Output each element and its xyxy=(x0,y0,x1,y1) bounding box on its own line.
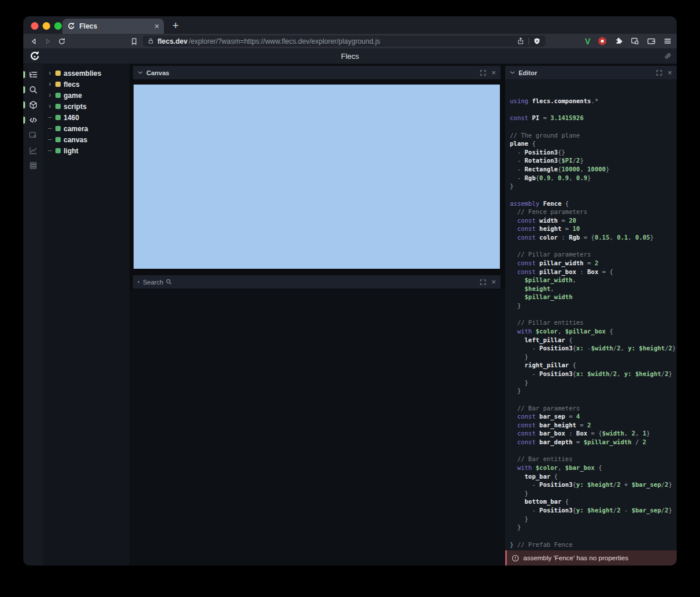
canvas-panel-header: Canvas × xyxy=(133,66,501,79)
search-panel-header: Search × xyxy=(133,275,501,289)
code-line: - Position3{y: $height/2 + $bar_sep/2} xyxy=(510,480,677,489)
tree-item-label: light xyxy=(64,147,78,155)
code-line xyxy=(510,122,677,131)
entity-color-square xyxy=(55,115,61,120)
entity-color-square xyxy=(55,93,61,98)
forward-button[interactable] xyxy=(41,36,55,47)
code-line: bottom_bar { xyxy=(510,497,677,506)
sidebar-panel-icon[interactable] xyxy=(631,37,639,45)
code-line: - Rotation3{$PI/2} xyxy=(510,156,677,165)
share-link-icon[interactable] xyxy=(664,52,672,60)
code-line: plane { xyxy=(510,139,677,148)
tree-item-game[interactable]: ›game xyxy=(43,90,130,101)
window-zoom-button[interactable] xyxy=(54,22,62,30)
code-line xyxy=(510,395,677,404)
back-button[interactable] xyxy=(27,36,41,47)
code-line: } xyxy=(510,489,677,498)
editor-body: using flecs.components.* const PI = 3.14… xyxy=(505,79,677,566)
tree-item-camera[interactable]: –camera xyxy=(43,123,130,134)
search-icon[interactable] xyxy=(23,82,43,97)
tree-item-1460[interactable]: –1460 xyxy=(43,112,130,123)
code-line: } xyxy=(510,378,677,387)
maximize-icon[interactable] xyxy=(480,279,486,285)
code-line: } xyxy=(510,301,677,310)
window-minimize-button[interactable] xyxy=(43,22,50,30)
hexagon-extension-icon[interactable] xyxy=(598,37,607,45)
maximize-icon[interactable] xyxy=(656,70,662,76)
expand-chevron-icon[interactable]: › xyxy=(47,68,52,79)
tree-item-canvas[interactable]: –canvas xyxy=(43,134,130,145)
tree-item-flecs[interactable]: ›flecs xyxy=(43,79,130,90)
cube-icon[interactable] xyxy=(23,97,43,113)
chevron-down-icon[interactable] xyxy=(138,71,143,75)
code-line: - Rectangle{10000, 10000} xyxy=(510,165,677,174)
window-close-button[interactable] xyxy=(31,22,38,30)
code-line xyxy=(510,242,677,251)
brave-shield-icon[interactable] xyxy=(533,37,541,45)
tab-title: Flecs xyxy=(79,22,150,30)
browser-tab[interactable]: Flecs × xyxy=(62,19,164,34)
code-line: const pillar_width = 2 xyxy=(510,259,677,268)
tree-item-assemblies[interactable]: ›assemblies xyxy=(43,68,130,79)
extensions-puzzle-icon[interactable] xyxy=(614,37,623,45)
code-line: $pillar_width, xyxy=(510,276,677,285)
code-line: const height = 10 xyxy=(510,224,677,233)
rows-icon[interactable] xyxy=(23,158,43,173)
search-results-area xyxy=(130,290,505,566)
code-line xyxy=(510,191,677,199)
tree-item-label: game xyxy=(64,92,82,100)
tree-icon[interactable] xyxy=(23,67,43,82)
code-line xyxy=(510,532,677,540)
tree-item-light[interactable]: –light xyxy=(43,145,130,156)
code-line: right_pillar { xyxy=(510,361,677,370)
share-icon[interactable] xyxy=(517,37,524,45)
error-icon xyxy=(512,554,519,562)
url-domain: flecs.dev xyxy=(158,37,187,45)
expand-chevron-icon[interactable]: › xyxy=(47,79,52,90)
reload-button[interactable] xyxy=(55,36,69,47)
code-line: $height, xyxy=(510,285,677,293)
bookmark-icon[interactable] xyxy=(127,36,141,47)
wallet-icon[interactable] xyxy=(647,37,656,45)
tab-close-icon[interactable]: × xyxy=(155,22,159,31)
editor-panel-title: Editor xyxy=(519,69,537,76)
tree-item-label: flecs xyxy=(64,80,79,89)
code-line: // Fence parameters xyxy=(510,208,677,216)
code-line: // The ground plane xyxy=(510,131,677,140)
url-bar[interactable]: flecs.dev /explorer/?wasm=https://www.fl… xyxy=(143,36,545,47)
main-content: Canvas × Search × xyxy=(130,64,505,566)
canvas-3d-viewport[interactable] xyxy=(134,85,500,269)
code-line: } xyxy=(510,387,677,395)
tab-favicon-flecs-logo xyxy=(67,22,75,30)
expand-chevron-icon[interactable]: › xyxy=(47,101,52,112)
code-line: // Bar parameters xyxy=(510,404,677,413)
new-tab-button[interactable]: + xyxy=(168,18,183,33)
code-line: const bar_height = 2 xyxy=(510,421,677,430)
code-line: const color : Rgb = {0.15, 0.1, 0.05} xyxy=(510,233,677,242)
code-icon[interactable] xyxy=(23,113,43,128)
chart-icon[interactable] xyxy=(23,143,43,158)
error-status-bar: assembly 'Fence' has no properties xyxy=(505,550,677,566)
code-line: const bar_sep = 4 xyxy=(510,412,677,421)
expand-chevron-icon[interactable]: › xyxy=(47,90,52,101)
url-path: /explorer/?wasm=https://www.flecs.dev/ex… xyxy=(188,37,380,45)
menu-hamburger-icon[interactable] xyxy=(663,37,672,45)
close-panel-icon[interactable]: × xyxy=(491,279,496,285)
vue-devtools-extension-icon[interactable]: V xyxy=(585,37,590,46)
code-line: const bar_depth = $pillar_width / 2 xyxy=(510,438,677,447)
browser-toolbar: flecs.dev /explorer/?wasm=https://www.fl… xyxy=(23,34,677,48)
close-panel-icon[interactable]: × xyxy=(491,70,496,76)
inspect-icon[interactable] xyxy=(23,128,43,143)
chevron-down-icon[interactable] xyxy=(510,71,515,75)
lock-icon xyxy=(148,38,154,44)
maximize-icon[interactable] xyxy=(480,70,486,76)
code-area[interactable]: using flecs.components.* const PI = 3.14… xyxy=(505,96,677,566)
editor-panel: Editor × using flecs.components.* const … xyxy=(505,64,677,566)
tree-item-label: scripts xyxy=(64,103,86,111)
code-line: - Position3{} xyxy=(510,148,677,157)
divider xyxy=(528,38,529,45)
close-panel-icon[interactable]: × xyxy=(667,70,672,76)
entity-color-square xyxy=(55,82,61,87)
tree-item-scripts[interactable]: ›scripts xyxy=(43,101,130,112)
tree-item-label: canvas xyxy=(64,136,88,144)
